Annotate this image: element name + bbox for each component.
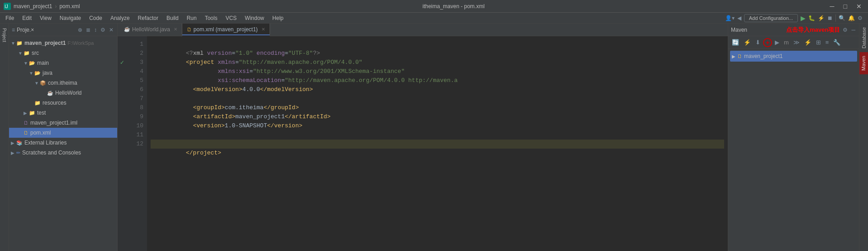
maven-item-arrow: ▶ bbox=[732, 54, 735, 59]
line-num-12: 12 bbox=[127, 140, 143, 149]
menu-help[interactable]: Help bbox=[269, 14, 287, 22]
project-sidebar-toggle[interactable]: Project bbox=[1, 25, 8, 45]
java-file-icon: ☕ bbox=[47, 90, 53, 96]
maven-profiles-icon[interactable]: ⚡ bbox=[802, 38, 813, 47]
maven-generate-icon[interactable]: ⚡ bbox=[742, 38, 753, 47]
tree-item-resources[interactable]: ▶ 📁 resources bbox=[9, 98, 117, 108]
scope-icon[interactable]: ⊕ bbox=[77, 26, 83, 34]
debug-button[interactable]: 🐛 bbox=[808, 15, 815, 21]
root-path: F:\WorkSpa bbox=[67, 40, 94, 46]
decl-enc-attr: encoding bbox=[253, 50, 285, 57]
maven-panel-title: Maven bbox=[731, 27, 783, 33]
tree-label-resources: resources bbox=[43, 100, 66, 106]
maven-tree-icon[interactable]: ⊞ bbox=[814, 38, 823, 47]
tab-helloworld-close[interactable]: ✕ bbox=[174, 27, 177, 32]
file-title: pom.xml bbox=[59, 3, 80, 10]
tree-item-external-libs[interactable]: ▶ 📚 External Libraries bbox=[9, 138, 117, 148]
tree-label-test: test bbox=[37, 110, 46, 116]
src-folder-icon: 📁 bbox=[24, 50, 30, 56]
editor-tabs: ☕ HelloWorld.java ✕ 🗋 pom.xml (maven_pro… bbox=[118, 24, 728, 36]
back-icon[interactable]: ◀ bbox=[737, 15, 741, 21]
tree-label-scratches: Scratches and Consoles bbox=[22, 150, 81, 156]
menu-refactor[interactable]: Refactor bbox=[134, 14, 162, 22]
maven-settings-icon[interactable]: ⚙ bbox=[842, 26, 849, 34]
tag-modelversion-open: <modelVersion> bbox=[193, 86, 242, 93]
tab-helloworld-label: HelloWorld.java bbox=[132, 26, 170, 33]
menu-vcs[interactable]: VCS bbox=[222, 14, 241, 22]
editor-content: ✓ 1 2 3 4 5 6 7 8 9 10 11 12 <?x bbox=[118, 36, 728, 251]
valid-checkmark: ✓ bbox=[120, 59, 124, 66]
menu-navigate[interactable]: Navigate bbox=[56, 14, 85, 22]
maven-minimize-icon[interactable]: ─ bbox=[850, 26, 856, 34]
tag-groupid-open: <groupId> bbox=[193, 104, 225, 111]
maven-sync-icon[interactable]: 🔄 bbox=[730, 38, 741, 47]
settings-panel-icon[interactable]: ⚙ bbox=[100, 26, 106, 34]
tag-artifactid-close: </artifactId> bbox=[285, 113, 330, 120]
tab-pom-close[interactable]: ✕ bbox=[261, 27, 265, 32]
tree-label-iml: maven_project1.iml bbox=[30, 120, 77, 126]
tree-item-main[interactable]: ▼ 📂 main bbox=[9, 58, 117, 68]
tree-item-scratches[interactable]: ▶ ✏ Scratches and Consoles bbox=[9, 148, 117, 158]
tree-label-main: main bbox=[37, 60, 49, 66]
val-groupid: com.itheima bbox=[225, 104, 264, 111]
tree-item-iml[interactable]: ▶ 🗋 maven_project1.iml bbox=[9, 118, 117, 128]
settings-icon[interactable]: ⚙ bbox=[858, 15, 863, 21]
maven-tree: ▶ 🗋 maven_project1 bbox=[728, 49, 859, 251]
gutter-checkmark: ✓ bbox=[118, 58, 127, 67]
tree-item-package[interactable]: ▼ 📦 com.itheima bbox=[9, 78, 117, 88]
maven-group-icon[interactable]: ≡ bbox=[824, 38, 831, 47]
close-button[interactable]: ✕ bbox=[854, 2, 864, 11]
maven-download-icon[interactable]: ⬇ bbox=[754, 38, 762, 47]
decl-enc-val: "UTF-8" bbox=[288, 50, 313, 57]
attr-xmlns: xmlns bbox=[218, 59, 235, 66]
svg-text:IJ: IJ bbox=[5, 4, 8, 9]
menu-window[interactable]: Window bbox=[241, 14, 268, 22]
stop-button[interactable]: ⏹ bbox=[827, 15, 833, 21]
menu-run[interactable]: Run bbox=[183, 14, 200, 22]
tree-item-helloworld[interactable]: ▶ ☕ HelloWorld bbox=[9, 88, 117, 98]
tree-item-pom[interactable]: ▶ 🗋 pom.xml bbox=[9, 128, 117, 138]
project-panel-title: Proje.× bbox=[17, 27, 75, 33]
menu-code[interactable]: Code bbox=[85, 14, 106, 22]
title-bar-left: IJ maven_project1 › pom.xml bbox=[4, 3, 80, 10]
maven-run-icon[interactable]: ▶ bbox=[773, 38, 781, 47]
run-button[interactable]: ▶ bbox=[801, 14, 806, 22]
collapse-all-icon[interactable]: ≣ bbox=[85, 26, 91, 34]
maven-right-tab[interactable]: Maven bbox=[859, 52, 868, 74]
sort-icon[interactable]: ↕ bbox=[93, 26, 98, 34]
notifications-icon[interactable]: 🔔 bbox=[848, 15, 855, 21]
tab-pom[interactable]: 🗋 pom.xml (maven_project1) ✕ bbox=[182, 24, 270, 36]
maven-settings2-icon[interactable]: 🔧 bbox=[831, 38, 842, 47]
menu-tools[interactable]: Tools bbox=[201, 14, 221, 22]
maximize-button[interactable]: □ bbox=[841, 2, 850, 11]
maven-add-project-button[interactable]: + bbox=[763, 38, 772, 47]
database-tab[interactable]: Database bbox=[860, 24, 868, 52]
tag-version-open: <version> bbox=[193, 122, 225, 129]
menu-edit[interactable]: Edit bbox=[19, 14, 35, 22]
tree-item-java[interactable]: ▼ 📂 java bbox=[9, 68, 117, 78]
project-panel-dropdown-icon[interactable]: ≡ bbox=[12, 27, 15, 33]
menu-file[interactable]: File bbox=[2, 14, 18, 22]
search-everywhere-icon[interactable]: 🔍 bbox=[839, 15, 845, 21]
code-editor[interactable]: <?xml version="1.0" encoding="UTF-8"?> <… bbox=[147, 36, 728, 251]
tab-helloworld[interactable]: ☕ HelloWorld.java ✕ bbox=[119, 24, 182, 36]
tag-modelversion-close: </modelVersion> bbox=[260, 86, 313, 93]
minimize-button[interactable]: ─ bbox=[827, 2, 837, 11]
decl-version-attr: version bbox=[207, 50, 232, 57]
close-panel-icon[interactable]: ✕ bbox=[108, 26, 114, 34]
maven-project-item[interactable]: ▶ 🗋 maven_project1 bbox=[730, 51, 857, 62]
tree-label-root: maven_project1 bbox=[24, 40, 66, 46]
tree-item-test[interactable]: ▶ 📁 test bbox=[9, 108, 117, 118]
tree-item-root[interactable]: ▼ 📁 maven_project1 F:\WorkSpa bbox=[9, 38, 117, 48]
maven-toolbar: 🔄 ⚡ ⬇ + ▶ m ≫ ⚡ ⊞ ≡ 🔧 bbox=[728, 36, 859, 49]
run-with-coverage-button[interactable]: ⚡ bbox=[818, 15, 825, 21]
menu-build[interactable]: Build bbox=[163, 14, 182, 22]
indent-3 bbox=[186, 68, 218, 75]
add-configuration-button[interactable]: Add Configuration... bbox=[744, 14, 798, 22]
scratch-icon: ✏ bbox=[16, 150, 20, 156]
maven-skip-tests-icon[interactable]: ≫ bbox=[792, 38, 802, 47]
tree-item-src[interactable]: ▼ 📁 src bbox=[9, 48, 117, 58]
menu-analyze[interactable]: Analyze bbox=[107, 14, 133, 22]
menu-view[interactable]: View bbox=[36, 14, 55, 22]
maven-panel: Maven 点击导入maven项目 ⚙ ─ 🔄 ⚡ ⬇ + ▶ m ≫ ⚡ ⊞ … bbox=[728, 24, 859, 251]
